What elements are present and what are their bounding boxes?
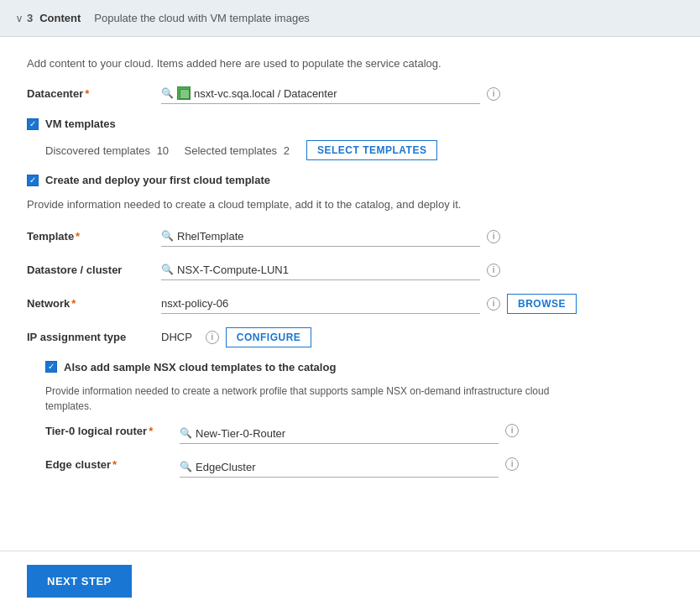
datastore-row: Datastore / cluster 🔍 i [27, 260, 673, 280]
tier0-info-icon[interactable]: i [505, 424, 519, 437]
required-indicator: * [85, 87, 89, 100]
network-row: Network* i BROWSE [27, 294, 673, 314]
template-row: Template* 🔍 i [27, 227, 673, 247]
nsx-templates-description: Provide information needed to create a n… [45, 384, 582, 414]
edge-cluster-input[interactable] [196, 461, 499, 473]
edge-cluster-search-icon: 🔍 [180, 461, 192, 473]
nsx-section: Also add sample NSX cloud templates to t… [45, 361, 673, 478]
create-deploy-checkbox-row: Create and deploy your first cloud templ… [27, 174, 673, 186]
step-description: Populate the cloud with VM template imag… [94, 12, 310, 24]
edge-cluster-input-wrapper: 🔍 [180, 457, 499, 478]
datastore-label: Datastore / cluster [27, 264, 161, 276]
intro-text: Add content to your cloud. Items added h… [27, 57, 673, 70]
footer: NEXT STEP [0, 551, 700, 611]
nsx-templates-checkbox-row: Also add sample NSX cloud templates to t… [45, 361, 673, 373]
step-number: 3 [27, 12, 33, 24]
edge-cluster-label: Edge cluster* [45, 457, 180, 473]
ip-assignment-label: IP assignment type [27, 331, 161, 343]
select-templates-button[interactable]: SELECT TEMPLATES [306, 140, 437, 160]
datastore-info-icon[interactable]: i [487, 264, 500, 277]
nsx-templates-label: Also add sample NSX cloud templates to t… [64, 361, 336, 373]
search-icon: 🔍 [161, 87, 174, 99]
configure-button[interactable]: CONFIGURE [226, 327, 312, 347]
template-required: * [76, 230, 80, 243]
edge-cluster-input-field[interactable]: 🔍 [180, 457, 499, 478]
vm-templates-label: VM templates [45, 118, 116, 130]
tier0-input-field[interactable]: 🔍 [180, 424, 499, 444]
datacenter-info-icon[interactable]: i [487, 87, 500, 101]
network-required: * [71, 297, 76, 310]
collapse-chevron[interactable]: v [17, 13, 22, 24]
main-content: Add content to your cloud. Items added h… [0, 37, 700, 551]
datastore-search-icon: 🔍 [161, 264, 174, 275]
network-input[interactable] [161, 297, 480, 310]
template-info-icon[interactable]: i [487, 230, 500, 243]
datacenter-input-wrapper: 🔍 [161, 83, 480, 104]
datastore-input[interactable] [177, 264, 480, 276]
datastore-input-field[interactable]: 🔍 [161, 260, 480, 280]
template-input-wrapper: 🔍 [161, 227, 480, 247]
network-input-field[interactable] [161, 294, 480, 314]
next-step-button[interactable]: NEXT STEP [27, 565, 132, 598]
ip-assignment-info-icon[interactable]: i [206, 331, 219, 344]
datacenter-input[interactable] [194, 87, 480, 100]
datacenter-input-field[interactable]: 🔍 [161, 83, 480, 104]
datacenter-label: Datacenter* [27, 87, 161, 100]
edge-cluster-row: Edge cluster* 🔍 i [45, 457, 673, 478]
datacenter-row: Datacenter* 🔍 i [27, 83, 673, 104]
datastore-input-wrapper: 🔍 [161, 260, 480, 280]
vm-templates-checkbox[interactable] [27, 118, 39, 130]
step-title: Content [39, 12, 81, 24]
vm-templates-checkbox-row: VM templates [27, 118, 673, 130]
tier0-label: Tier-0 logical router* [45, 424, 180, 439]
datacenter-folder-icon [177, 86, 191, 100]
discovered-templates-info: Discovered templates 10 Selected templat… [45, 144, 293, 157]
templates-info-row: Discovered templates 10 Selected templat… [27, 140, 673, 160]
ip-assignment-value: DHCP [161, 331, 192, 343]
template-label: Template* [27, 230, 161, 243]
template-input[interactable] [177, 230, 480, 243]
create-deploy-checkbox[interactable] [27, 175, 39, 186]
create-deploy-label: Create and deploy your first cloud templ… [45, 174, 270, 186]
template-search-icon: 🔍 [161, 230, 174, 242]
step-header: v 3 Content Populate the cloud with VM t… [0, 0, 700, 37]
tier0-search-icon: 🔍 [180, 427, 192, 439]
template-input-field[interactable]: 🔍 [161, 227, 480, 247]
network-input-wrapper [161, 294, 480, 314]
edge-cluster-info-icon[interactable]: i [505, 457, 519, 471]
ip-assignment-row: IP assignment type DHCP i CONFIGURE [27, 327, 673, 347]
nsx-templates-checkbox[interactable] [45, 361, 57, 373]
provide-info-text: Provide information needed to create a c… [27, 196, 673, 213]
network-info-icon[interactable]: i [487, 297, 500, 311]
tier0-required: * [149, 425, 153, 437]
tier0-input[interactable] [196, 427, 499, 440]
network-browse-button[interactable]: BROWSE [507, 294, 577, 314]
network-label: Network* [27, 297, 161, 310]
edge-cluster-required: * [112, 458, 117, 471]
tier0-input-wrapper: 🔍 [180, 424, 499, 444]
tier0-row: Tier-0 logical router* 🔍 i [45, 424, 673, 444]
